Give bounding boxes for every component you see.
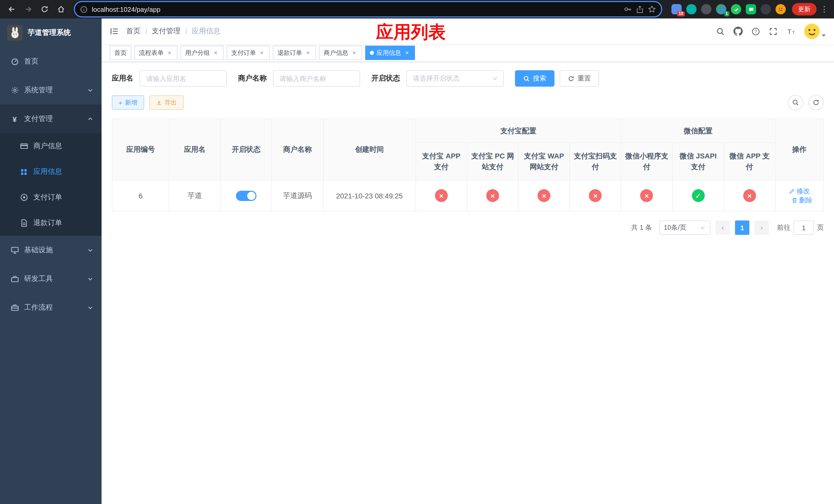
cell-app-name: 芋道	[169, 180, 220, 211]
chevron-up-icon	[87, 116, 93, 122]
browser-update-button[interactable]: 更新	[792, 3, 816, 15]
browser-menu-icon[interactable]: ⋮	[820, 5, 829, 14]
url-input[interactable]: localhost:1024/pay/app	[74, 1, 662, 18]
top-navbar: 首页 / 支付管理 / 应用信息 应用列表 ?	[102, 19, 834, 44]
url-text[interactable]: localhost:1024/pay/app	[92, 5, 620, 13]
tab-home[interactable]: 首页	[110, 46, 131, 60]
page-number-1[interactable]: 1	[735, 221, 749, 235]
breadcrumb-home[interactable]: 首页	[126, 27, 140, 36]
font-size-icon[interactable]: TT	[786, 27, 795, 36]
tags-view: 首页 流程表单 × 用户分组 × 支付订单 × 退款订单 ×	[102, 44, 834, 62]
col-merchant: 商户名称	[272, 119, 323, 180]
svg-text:T: T	[787, 28, 791, 36]
sidebar-item-payment[interactable]: ¥ 支付管理	[0, 105, 102, 133]
sidebar-subitem-label: 退款订单	[33, 219, 62, 228]
extension-icon-3[interactable]	[701, 4, 711, 14]
help-icon[interactable]: ?	[751, 27, 760, 36]
dashboard-icon	[10, 58, 19, 66]
user-avatar[interactable]	[804, 24, 826, 39]
sidebar-subitem-app-info[interactable]: 应用信息	[0, 159, 102, 185]
refresh-page-button[interactable]	[38, 3, 51, 16]
sidebar-item-devtools[interactable]: 研发工具	[0, 265, 102, 293]
col-alipay-pc: 支付宝 PC 网站支付	[467, 143, 518, 180]
caret-down-icon	[822, 35, 826, 37]
tab-merchant-info[interactable]: 商户信息 ×	[319, 46, 362, 60]
tab-user-group[interactable]: 用户分组 ×	[180, 46, 224, 60]
browser-toolbar: localhost:1024/pay/app 10 1	[0, 0, 834, 19]
search-icon[interactable]	[716, 27, 725, 36]
breadcrumb-separator: /	[145, 27, 147, 36]
forward-button[interactable]	[22, 3, 35, 16]
breadcrumb-separator: /	[185, 27, 187, 36]
col-alipay-app: 支付宝 APP 支付	[416, 143, 467, 180]
extension-icon-4[interactable]: 1	[716, 4, 726, 14]
tab-label: 应用信息	[376, 48, 401, 57]
edit-link[interactable]: 修改	[789, 186, 810, 196]
chevron-down-icon	[87, 304, 93, 311]
col-created: 创建时间	[323, 119, 416, 180]
status-icon-wx-app: ×	[743, 189, 756, 202]
delete-link-label: 删除	[799, 196, 812, 205]
extension-icon-6[interactable]	[746, 4, 756, 14]
status-icon-wx-jsapi: ✓	[692, 189, 704, 202]
prev-page-button[interactable]: ‹	[716, 221, 730, 235]
search-button[interactable]: 搜索	[515, 70, 554, 87]
tab-process-form[interactable]: 流程表单 ×	[134, 46, 177, 60]
close-icon[interactable]: ×	[166, 49, 173, 56]
close-icon[interactable]: ×	[259, 49, 265, 56]
back-button[interactable]	[5, 3, 19, 16]
extension-icon-7[interactable]	[761, 4, 771, 14]
share-icon[interactable]	[636, 5, 644, 13]
tab-pay-order[interactable]: 支付订单 ×	[227, 46, 270, 60]
delete-link[interactable]: 删除	[791, 196, 812, 205]
breadcrumb-payment[interactable]: 支付管理	[152, 27, 180, 36]
close-icon[interactable]: ×	[404, 49, 410, 56]
info-icon[interactable]	[80, 5, 88, 13]
tab-refund-order[interactable]: 退款订单 ×	[273, 46, 316, 60]
home-button[interactable]	[54, 3, 68, 16]
fullscreen-icon[interactable]	[769, 27, 777, 36]
active-dot	[370, 51, 374, 55]
order-circle-icon	[20, 193, 28, 202]
app-name-label: 应用名	[112, 74, 133, 83]
sidebar-item-system[interactable]: 系统管理	[0, 76, 102, 105]
status-label: 开启状态	[371, 74, 400, 83]
sidebar-item-infrastructure[interactable]: 基础设施	[0, 236, 102, 265]
sidebar-subitem-merchant-info[interactable]: 商户信息	[0, 133, 102, 159]
add-button[interactable]: + 新增	[112, 95, 144, 110]
key-icon[interactable]	[624, 5, 632, 13]
status-select[interactable]: 请选择开启状态	[406, 70, 504, 87]
close-icon[interactable]: ×	[351, 49, 357, 56]
extension-icon-8[interactable]	[775, 4, 786, 14]
goto-page-input[interactable]	[793, 221, 814, 235]
merchant-name-input[interactable]	[273, 70, 360, 87]
sidebar-collapse-icon[interactable]	[110, 27, 119, 36]
next-page-button[interactable]: ›	[754, 221, 769, 235]
reset-button[interactable]: 重置	[559, 70, 599, 87]
github-icon[interactable]	[733, 27, 743, 36]
page-size-select[interactable]: 10条/页	[659, 221, 710, 235]
extension-icon-2[interactable]	[686, 4, 697, 14]
tab-label: 退款订单	[278, 48, 302, 57]
sidebar-item-home[interactable]: 首页	[0, 47, 102, 76]
app-name-input[interactable]	[139, 70, 227, 87]
table-row: 6 芋道 芋道源码 2021-10-23 08:49:25 × × × × ×	[112, 180, 824, 211]
status-toggle[interactable]	[236, 190, 257, 201]
export-button[interactable]: 导出	[149, 95, 183, 110]
refresh-table-button[interactable]	[808, 95, 824, 110]
sidebar-subitem-pay-order[interactable]: 支付订单	[0, 185, 102, 210]
close-icon[interactable]: ×	[212, 49, 219, 56]
bookmark-star-icon[interactable]	[648, 5, 656, 13]
sidebar-subitem-refund-order[interactable]: 退款订单	[0, 210, 102, 236]
sidebar-item-workflow[interactable]: 工作流程	[0, 293, 102, 322]
toggle-search-button[interactable]	[788, 95, 803, 110]
chevron-down-icon	[87, 87, 93, 93]
close-icon[interactable]: ×	[305, 49, 311, 56]
breadcrumb: 首页 / 支付管理 / 应用信息	[126, 27, 221, 36]
tab-app-info[interactable]: 应用信息 ×	[365, 46, 415, 60]
filter-form: 应用名 商户名称 开启状态 请选择开启状态	[112, 70, 824, 87]
credit-card-icon	[20, 142, 28, 150]
extension-icon-1[interactable]: 10	[672, 4, 682, 14]
extension-icon-5[interactable]	[731, 4, 741, 14]
sidebar-item-label: 工作流程	[24, 303, 53, 312]
